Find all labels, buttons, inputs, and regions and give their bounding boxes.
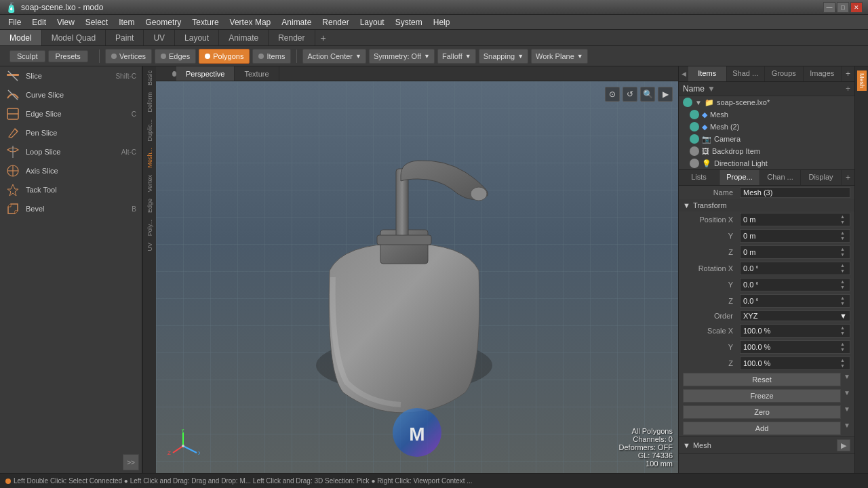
edge-slice-tool[interactable]: Edge Slice C [0, 104, 142, 123]
action-center-dropdown[interactable]: Action Center ▼ [302, 49, 366, 64]
scale-x-field[interactable]: 100.0 % ▲ ▼ [740, 324, 850, 338]
zero-button[interactable]: Zero [683, 405, 841, 419]
scale-x-down[interactable]: ▼ [840, 331, 847, 336]
tab-layout[interactable]: Layout [175, 30, 219, 45]
viewport-camera-button[interactable]: ⊙ [605, 87, 620, 102]
menu-system[interactable]: System [390, 16, 428, 28]
position-y-field[interactable]: 0 m ▲ ▼ [740, 229, 850, 243]
rotation-x-down[interactable]: ▼ [840, 268, 847, 274]
freeze-button[interactable]: Freeze [683, 389, 841, 403]
rotation-x-up[interactable]: ▲ [840, 263, 847, 268]
maximize-button[interactable]: □ [837, 2, 849, 13]
props-tab-lists[interactable]: Lists [679, 170, 719, 185]
right-tab-add[interactable]: + [842, 66, 854, 81]
reset-button[interactable]: Reset [683, 373, 841, 386]
tree-item-mesh1[interactable]: ◆ Mesh [679, 108, 854, 121]
tab-model-quad[interactable]: Model Quad [42, 30, 106, 45]
work-plane-dropdown[interactable]: Work Plane ▼ [531, 49, 588, 64]
scale-y-field[interactable]: 100.0 % ▲ ▼ [740, 340, 850, 354]
loop-slice-tool[interactable]: Loop Slice Alt-C [0, 142, 142, 161]
right-tab-images[interactable]: Images [804, 66, 842, 81]
close-button[interactable]: ✕ [850, 2, 863, 13]
mesh2-visibility[interactable] [690, 122, 699, 131]
tree-item-backdrop[interactable]: 🖼 Backdrop Item [679, 145, 854, 157]
light-visibility[interactable] [690, 159, 699, 168]
camera-visibility[interactable] [690, 134, 699, 144]
3d-viewport[interactable]: ⊙ ↺ 🔍 ▶ All Polygons Channels: 0 Deforme… [156, 81, 678, 473]
slice-tool[interactable]: Slice Shift-C [0, 66, 142, 85]
bevel-tool[interactable]: Bevel B [0, 199, 142, 218]
menu-select[interactable]: Select [80, 16, 113, 28]
right-side-mesh-label[interactable]: Mesh [857, 70, 867, 91]
props-tab-channels[interactable]: Chan ... [760, 170, 801, 185]
menu-view[interactable]: View [52, 16, 80, 28]
expand-tools-button[interactable]: >> [123, 454, 139, 470]
props-tab-add[interactable]: + [842, 170, 854, 185]
viewport-tab-perspective[interactable]: Perspective [176, 66, 235, 81]
scale-y-down[interactable]: ▼ [840, 347, 847, 352]
position-y-up[interactable]: ▲ [840, 230, 847, 236]
scale-z-down[interactable]: ▼ [840, 363, 847, 369]
vertices-button[interactable]: Vertices [105, 49, 152, 64]
tab-render[interactable]: Render [269, 30, 315, 45]
right-tab-items[interactable]: Items [688, 66, 727, 81]
scale-z-field[interactable]: 100.0 % ▲ ▼ [740, 357, 850, 370]
tree-add-button[interactable]: + [846, 84, 850, 94]
curve-slice-tool[interactable]: Curve Slice [0, 85, 142, 104]
side-label-vertex[interactable]: Vertex [145, 172, 155, 195]
position-x-up[interactable]: ▲ [840, 214, 847, 220]
viewport-more-button[interactable]: ▶ [658, 87, 673, 102]
scale-x-up[interactable]: ▲ [840, 325, 847, 331]
backdrop-visibility[interactable] [690, 146, 699, 156]
tree-item-mesh2[interactable]: ◆ Mesh (2) [679, 121, 854, 133]
tab-animate[interactable]: Animate [219, 30, 269, 45]
menu-geometry[interactable]: Geometry [140, 16, 187, 28]
side-label-poly[interactable]: Poly... [145, 217, 155, 239]
order-dropdown[interactable]: XYZ ▼ [740, 310, 850, 321]
mesh-section-expand[interactable]: ▶ [837, 439, 850, 451]
menu-help[interactable]: Help [428, 16, 456, 28]
scene-visibility[interactable] [683, 98, 692, 107]
viewport-reset-button[interactable]: ↺ [623, 87, 637, 102]
pen-slice-tool[interactable]: Pen Slice [0, 123, 142, 142]
menu-vertex-map[interactable]: Vertex Map [224, 16, 277, 28]
tree-sort-button[interactable]: ▼ [707, 84, 715, 94]
rotation-x-field[interactable]: 0.0 ° ▲ ▼ [740, 262, 850, 275]
edges-button[interactable]: Edges [155, 49, 196, 64]
side-label-basic[interactable]: Basic [145, 68, 155, 88]
rotation-z-field[interactable]: 0.0 ° ▲ ▼ [740, 294, 850, 308]
rotation-y-up[interactable]: ▲ [840, 279, 847, 285]
axis-slice-tool[interactable]: Axis Slice [0, 161, 142, 180]
tab-uv[interactable]: UV [144, 30, 175, 45]
right-panel-collapse[interactable]: ◀ [682, 70, 686, 77]
position-x-down[interactable]: ▼ [840, 220, 847, 225]
position-y-down[interactable]: ▼ [840, 236, 847, 241]
tree-item-light[interactable]: 💡 Directional Light [679, 157, 854, 169]
falloff-dropdown[interactable]: Falloff ▼ [437, 49, 476, 64]
name-value-field[interactable]: Mesh (3) [740, 187, 850, 198]
props-tab-properties[interactable]: Prope... [719, 170, 760, 185]
menu-edit[interactable]: Edit [26, 16, 52, 28]
position-z-down[interactable]: ▼ [840, 252, 847, 258]
items-button[interactable]: Items [252, 49, 291, 64]
position-z-field[interactable]: 0 m ▲ ▼ [740, 245, 850, 259]
right-tab-groups[interactable]: Groups [765, 66, 804, 81]
mesh-section-header[interactable]: ▼ Mesh ▶ [679, 437, 854, 453]
menu-layout[interactable]: Layout [355, 16, 390, 28]
viewport-search-button[interactable]: 🔍 [640, 87, 655, 102]
minimize-button[interactable]: — [823, 2, 835, 13]
position-z-up[interactable]: ▲ [840, 247, 847, 252]
tree-item-camera[interactable]: 📷 Camera [679, 133, 854, 145]
menu-item[interactable]: Item [113, 16, 140, 28]
tab-model[interactable]: Model [0, 30, 42, 45]
side-label-deform[interactable]: Deform [145, 89, 155, 115]
tree-item-scene[interactable]: ▼ 📁 soap-scene.lxo* [679, 96, 854, 108]
scale-y-up[interactable]: ▲ [840, 342, 847, 347]
polygons-button[interactable]: Polygons [199, 49, 250, 64]
menu-render[interactable]: Render [317, 16, 354, 28]
side-label-duplic[interactable]: Duplic... [145, 117, 155, 144]
position-x-field[interactable]: 0 m ▲ ▼ [740, 213, 850, 226]
rotation-z-down[interactable]: ▼ [840, 301, 847, 306]
side-label-uv[interactable]: UV [145, 240, 155, 254]
menu-animate[interactable]: Animate [276, 16, 317, 28]
